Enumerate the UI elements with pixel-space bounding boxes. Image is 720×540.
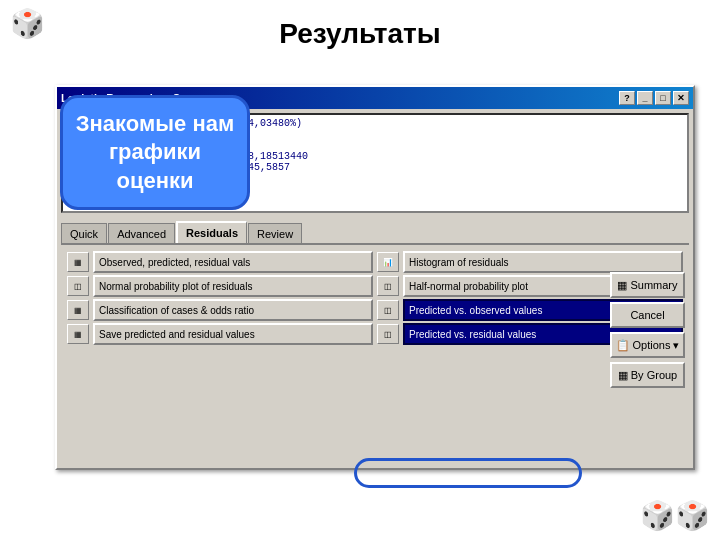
tab-residuals[interactable]: Residuals [176, 221, 247, 243]
question-button[interactable]: ? [619, 91, 635, 105]
icon-observed: ▦ [67, 252, 89, 272]
icon-save: ▦ [67, 324, 89, 344]
tab-review[interactable]: Review [248, 223, 302, 243]
right-side-buttons: ▦ Summary Cancel 📋 Options ▾ ▦ By Group [610, 272, 685, 388]
btn-normal-prob[interactable]: Normal probability plot of residuals [93, 275, 373, 297]
bygroup-icon: ▦ [618, 369, 628, 382]
bygroup-button[interactable]: ▦ By Group [610, 362, 685, 388]
callout-annotation: Знакомые намграфикиоценки [60, 95, 250, 210]
btn-classification[interactable]: Classification of cases & odds ratio [93, 299, 373, 321]
tab-quick[interactable]: Quick [61, 223, 107, 243]
content-area: ▦ Observed, predicted, residual vals ◫ N… [61, 243, 689, 353]
options-button[interactable]: 📋 Options ▾ [610, 332, 685, 358]
page-title: Результаты [0, 0, 720, 60]
btn-row-r1: 📊 Histogram of residuals [377, 251, 683, 273]
bygroup-label: By Group [631, 369, 677, 381]
btn-row-3: ▦ Classification of cases & odds ratio [67, 299, 373, 321]
left-column: ▦ Observed, predicted, residual vals ◫ N… [67, 251, 373, 347]
callout-text: Знакомые намграфикиоценки [76, 110, 234, 196]
tab-bar: Quick Advanced Residuals Review [57, 217, 693, 243]
btn-observed[interactable]: Observed, predicted, residual vals [93, 251, 373, 273]
maximize-button[interactable]: □ [655, 91, 671, 105]
options-label: Options ▾ [633, 339, 680, 352]
summary-button[interactable]: ▦ Summary [610, 272, 685, 298]
minimize-button[interactable]: _ [637, 91, 653, 105]
cancel-button[interactable]: Cancel [610, 302, 685, 328]
btn-row-1: ▦ Observed, predicted, residual vals [67, 251, 373, 273]
btn-histogram[interactable]: Histogram of residuals [403, 251, 683, 273]
btn-row-2: ◫ Normal probability plot of residuals [67, 275, 373, 297]
summary-label: Summary [630, 279, 677, 291]
icon-normal-prob: ◫ [67, 276, 89, 296]
dice-icon-topleft: 🎲 [10, 10, 45, 38]
summary-icon: ▦ [617, 279, 627, 292]
icon-classification: ▦ [67, 300, 89, 320]
icon-pred-obs: ◫ [377, 300, 399, 320]
tab-advanced[interactable]: Advanced [108, 223, 175, 243]
dice-icon-bottomright: 🎲🎲 [640, 499, 710, 532]
btn-save[interactable]: Save predicted and residual values [93, 323, 373, 345]
icon-half-normal: ◫ [377, 276, 399, 296]
title-bar-buttons: ? _ □ ✕ [619, 91, 689, 105]
btn-row-4: ▦ Save predicted and residual values [67, 323, 373, 345]
options-icon: 📋 [616, 339, 630, 352]
close-button[interactable]: ✕ [673, 91, 689, 105]
icon-pred-resid: ◫ [377, 324, 399, 344]
icon-histogram: 📊 [377, 252, 399, 272]
cancel-label: Cancel [630, 309, 664, 321]
